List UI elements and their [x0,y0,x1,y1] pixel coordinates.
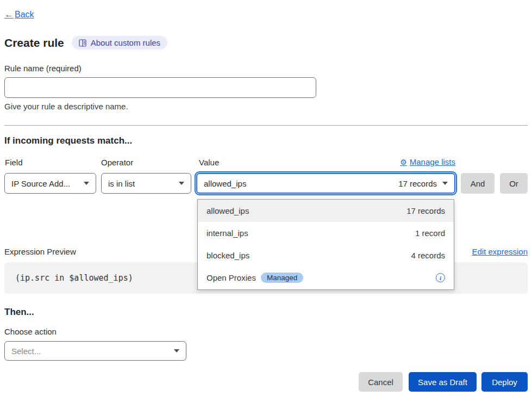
action-select[interactable]: Select... [4,341,186,361]
back-link[interactable]: ← Back [4,9,34,20]
about-badge-label: About custom rules [91,38,160,47]
manage-lists-label: Manage lists [410,157,455,166]
field-select-value: IP Source Add... [11,179,70,188]
or-button[interactable]: Or [500,173,528,194]
deploy-button[interactable]: Deploy [481,372,528,392]
list-option-name: blocked_ips [206,251,249,260]
list-option-count: 17 records [406,206,445,215]
gear-icon: ⚙ [400,158,407,166]
back-arrow-icon: ← [4,9,14,20]
field-label: Field [5,158,23,167]
value-select[interactable]: allowed_ips 17 records [196,173,455,194]
list-option-name: internal_ips [206,228,248,238]
rule-name-input[interactable] [4,77,316,98]
section-divider [4,125,528,126]
operator-select-value: is in list [108,179,135,188]
list-option-name: Open Proxies [206,273,256,282]
action-select-placeholder: Select... [11,347,41,356]
save-as-draft-button[interactable]: Save as Draft [409,372,477,392]
rule-name-label: Rule name (required) [4,64,82,73]
list-option-allowed-ips[interactable]: allowed_ips 17 records [198,200,454,222]
and-button[interactable]: And [461,173,495,194]
match-section-heading: If incoming requests match... [4,135,132,146]
operator-select[interactable]: is in list [101,173,191,194]
then-section-heading: Then... [4,307,34,318]
list-dropdown-panel: allowed_ips 17 records internal_ips 1 re… [197,199,454,290]
expression-preview-label: Expression Preview [4,247,76,256]
chevron-down-icon [84,182,89,185]
chevron-down-icon [174,349,179,352]
value-select-count: 17 records [398,179,437,188]
title-row: Create rule About custom rules [4,36,167,50]
list-option-name: allowed_ips [206,206,249,215]
chevron-down-icon [179,182,184,185]
list-option-blocked-ips[interactable]: blocked_ips 4 records [198,244,454,267]
field-select[interactable]: IP Source Add... [4,173,96,194]
managed-badge: Managed [261,273,303,283]
chevron-down-icon [442,182,448,185]
rule-name-helper-text: Give your rule a descriptive name. [4,102,128,111]
cancel-button[interactable]: Cancel [359,372,403,392]
list-option-count: 4 records [411,251,445,260]
expression-code-text: (ip.src in $allowed_ips) [15,273,133,283]
book-icon [79,39,87,47]
manage-lists-link[interactable]: ⚙ Manage lists [400,157,455,166]
list-option-open-proxies[interactable]: Open Proxies Managed i [198,267,454,289]
edit-expression-link[interactable]: Edit expression [472,247,528,256]
value-select-name: allowed_ips [204,179,246,188]
back-link-label: Back [15,10,34,20]
operator-label: Operator [101,158,133,167]
value-label: Value [199,158,219,167]
info-icon[interactable]: i [436,273,445,282]
choose-action-label: Choose action [4,327,57,336]
page-title: Create rule [4,36,64,50]
about-custom-rules-link[interactable]: About custom rules [72,36,167,50]
create-rule-page: ← Back Create rule About custom rules Ru… [0,0,532,402]
list-option-count: 1 record [415,228,445,238]
list-option-internal-ips[interactable]: internal_ips 1 record [198,222,454,244]
